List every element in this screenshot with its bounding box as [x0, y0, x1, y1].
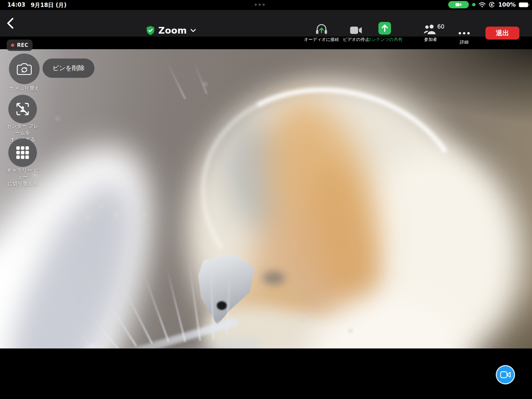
switch-camera-label: カメ…り替え [4, 85, 44, 92]
speck-shape [99, 204, 103, 208]
status-time: 14:03 [7, 1, 25, 9]
rec-dot-icon [11, 44, 14, 47]
speck-shape [251, 333, 255, 337]
privacy-indicator-dot [472, 3, 475, 6]
speck-shape [130, 209, 133, 212]
status-right: 100% [448, 1, 528, 8]
multitask-dots-icon [255, 4, 265, 6]
leave-meeting-button[interactable]: 退出 [485, 27, 519, 40]
plankton-eye-shape [217, 301, 227, 310]
more-dots-icon [459, 32, 470, 35]
more-label: 詳細 [442, 39, 486, 45]
zoom-meeting-screen: 14:03 9月18日 (月) 100% [0, 0, 532, 399]
gallery-grid-icon [16, 146, 29, 159]
back-button[interactable] [7, 15, 20, 31]
speck-shape [348, 329, 353, 333]
gallery-view-label: ギャラリー ビ ュー に切り替える [0, 167, 48, 187]
wifi-icon [479, 2, 485, 7]
video-call-icon [500, 371, 511, 379]
status-left: 14:03 9月18日 (月) [7, 1, 66, 9]
remove-pin-button[interactable]: ピンを削除 [43, 59, 94, 78]
video-camera-icon [350, 26, 362, 35]
video-camera-icon [456, 3, 462, 7]
headphones-audio-icon [316, 24, 328, 35]
speck-shape [56, 117, 59, 120]
shield-check-icon [146, 26, 155, 35]
back-icon [7, 18, 14, 29]
pinned-video-feed[interactable] [0, 49, 532, 348]
speck-shape [114, 213, 118, 217]
seta-shape [165, 264, 186, 342]
screen-record-pill-icon [448, 1, 469, 8]
my-video-fab-button[interactable] [496, 365, 515, 384]
speck-shape [85, 214, 90, 220]
seta-shape [166, 60, 186, 99]
battery-icon [519, 3, 528, 7]
status-date: 9月18日 (月) [31, 1, 66, 9]
center-frame-toggle-button[interactable] [8, 95, 37, 123]
share-content-button[interactable]: コンテンツの共有 [363, 23, 407, 43]
video-shape [263, 271, 285, 285]
orientation-lock-icon [489, 2, 495, 8]
rec-label: REC [17, 42, 28, 48]
recording-badge: REC [7, 40, 33, 51]
seta-shape [193, 62, 207, 94]
battery-percent: 100% [498, 1, 516, 8]
app-title: Zoom [158, 25, 187, 36]
share-content-label: コンテンツの共有 [363, 37, 407, 43]
status-bar: 14:03 9月18日 (月) 100% [0, 0, 532, 10]
speck-shape [203, 82, 207, 86]
speck-shape [301, 315, 307, 321]
camera-flip-icon [17, 62, 32, 75]
meeting-title-menu[interactable]: Zoom [146, 25, 196, 36]
share-content-icon [378, 22, 391, 35]
meeting-toolbar: Zoom オーディオに接続 [0, 10, 532, 37]
gallery-view-button[interactable] [8, 138, 37, 167]
chevron-down-icon [191, 29, 196, 32]
speck-shape [142, 213, 146, 217]
participants-icon [424, 24, 438, 35]
switch-camera-button[interactable] [9, 54, 40, 84]
center-frame-off-icon [16, 102, 30, 116]
more-button[interactable]: 詳細 [442, 23, 486, 45]
